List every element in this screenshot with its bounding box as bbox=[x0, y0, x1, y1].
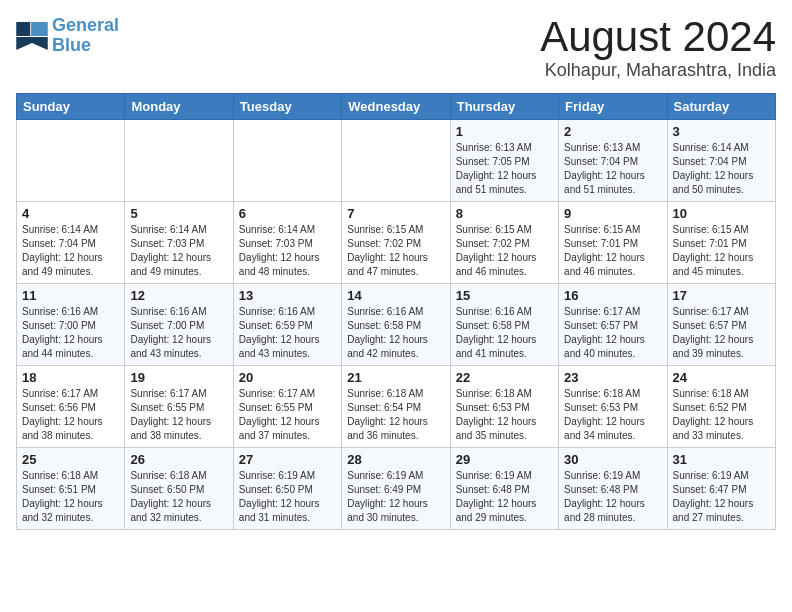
day-number: 12 bbox=[130, 288, 227, 303]
day-cell: 25Sunrise: 6:18 AM Sunset: 6:51 PM Dayli… bbox=[17, 448, 125, 530]
weekday-header-row: SundayMondayTuesdayWednesdayThursdayFrid… bbox=[17, 94, 776, 120]
day-number: 21 bbox=[347, 370, 444, 385]
day-info: Sunrise: 6:15 AM Sunset: 7:01 PM Dayligh… bbox=[673, 223, 770, 279]
header: General Blue August 2024 Kolhapur, Mahar… bbox=[16, 16, 776, 81]
week-row-5: 25Sunrise: 6:18 AM Sunset: 6:51 PM Dayli… bbox=[17, 448, 776, 530]
day-cell: 31Sunrise: 6:19 AM Sunset: 6:47 PM Dayli… bbox=[667, 448, 775, 530]
day-cell: 15Sunrise: 6:16 AM Sunset: 6:58 PM Dayli… bbox=[450, 284, 558, 366]
day-cell: 17Sunrise: 6:17 AM Sunset: 6:57 PM Dayli… bbox=[667, 284, 775, 366]
day-info: Sunrise: 6:18 AM Sunset: 6:53 PM Dayligh… bbox=[456, 387, 553, 443]
day-number: 9 bbox=[564, 206, 661, 221]
day-number: 15 bbox=[456, 288, 553, 303]
day-info: Sunrise: 6:18 AM Sunset: 6:52 PM Dayligh… bbox=[673, 387, 770, 443]
week-row-2: 4Sunrise: 6:14 AM Sunset: 7:04 PM Daylig… bbox=[17, 202, 776, 284]
logo: General Blue bbox=[16, 16, 119, 56]
day-cell: 6Sunrise: 6:14 AM Sunset: 7:03 PM Daylig… bbox=[233, 202, 341, 284]
week-row-4: 18Sunrise: 6:17 AM Sunset: 6:56 PM Dayli… bbox=[17, 366, 776, 448]
day-cell: 3Sunrise: 6:14 AM Sunset: 7:04 PM Daylig… bbox=[667, 120, 775, 202]
day-cell bbox=[125, 120, 233, 202]
day-info: Sunrise: 6:16 AM Sunset: 7:00 PM Dayligh… bbox=[130, 305, 227, 361]
day-number: 20 bbox=[239, 370, 336, 385]
day-info: Sunrise: 6:17 AM Sunset: 6:57 PM Dayligh… bbox=[564, 305, 661, 361]
day-cell: 27Sunrise: 6:19 AM Sunset: 6:50 PM Dayli… bbox=[233, 448, 341, 530]
day-number: 19 bbox=[130, 370, 227, 385]
day-info: Sunrise: 6:13 AM Sunset: 7:05 PM Dayligh… bbox=[456, 141, 553, 197]
day-cell: 18Sunrise: 6:17 AM Sunset: 6:56 PM Dayli… bbox=[17, 366, 125, 448]
day-cell: 16Sunrise: 6:17 AM Sunset: 6:57 PM Dayli… bbox=[559, 284, 667, 366]
day-cell: 20Sunrise: 6:17 AM Sunset: 6:55 PM Dayli… bbox=[233, 366, 341, 448]
logo-icon bbox=[16, 22, 48, 50]
week-row-3: 11Sunrise: 6:16 AM Sunset: 7:00 PM Dayli… bbox=[17, 284, 776, 366]
day-cell: 30Sunrise: 6:19 AM Sunset: 6:48 PM Dayli… bbox=[559, 448, 667, 530]
day-info: Sunrise: 6:19 AM Sunset: 6:49 PM Dayligh… bbox=[347, 469, 444, 525]
day-info: Sunrise: 6:18 AM Sunset: 6:50 PM Dayligh… bbox=[130, 469, 227, 525]
calendar-body: 1Sunrise: 6:13 AM Sunset: 7:05 PM Daylig… bbox=[17, 120, 776, 530]
day-info: Sunrise: 6:14 AM Sunset: 7:03 PM Dayligh… bbox=[239, 223, 336, 279]
day-number: 24 bbox=[673, 370, 770, 385]
day-number: 7 bbox=[347, 206, 444, 221]
day-number: 16 bbox=[564, 288, 661, 303]
day-number: 4 bbox=[22, 206, 119, 221]
day-cell bbox=[233, 120, 341, 202]
day-number: 2 bbox=[564, 124, 661, 139]
day-info: Sunrise: 6:19 AM Sunset: 6:47 PM Dayligh… bbox=[673, 469, 770, 525]
day-info: Sunrise: 6:14 AM Sunset: 7:04 PM Dayligh… bbox=[673, 141, 770, 197]
day-cell bbox=[342, 120, 450, 202]
day-cell: 9Sunrise: 6:15 AM Sunset: 7:01 PM Daylig… bbox=[559, 202, 667, 284]
day-cell: 10Sunrise: 6:15 AM Sunset: 7:01 PM Dayli… bbox=[667, 202, 775, 284]
day-cell: 29Sunrise: 6:19 AM Sunset: 6:48 PM Dayli… bbox=[450, 448, 558, 530]
day-cell bbox=[17, 120, 125, 202]
day-cell: 26Sunrise: 6:18 AM Sunset: 6:50 PM Dayli… bbox=[125, 448, 233, 530]
day-number: 13 bbox=[239, 288, 336, 303]
day-number: 29 bbox=[456, 452, 553, 467]
calendar-table: SundayMondayTuesdayWednesdayThursdayFrid… bbox=[16, 93, 776, 530]
day-number: 27 bbox=[239, 452, 336, 467]
main-title: August 2024 bbox=[540, 16, 776, 58]
day-number: 3 bbox=[673, 124, 770, 139]
day-cell: 12Sunrise: 6:16 AM Sunset: 7:00 PM Dayli… bbox=[125, 284, 233, 366]
weekday-header-wednesday: Wednesday bbox=[342, 94, 450, 120]
weekday-header-friday: Friday bbox=[559, 94, 667, 120]
day-cell: 21Sunrise: 6:18 AM Sunset: 6:54 PM Dayli… bbox=[342, 366, 450, 448]
day-number: 8 bbox=[456, 206, 553, 221]
day-cell: 23Sunrise: 6:18 AM Sunset: 6:53 PM Dayli… bbox=[559, 366, 667, 448]
day-number: 22 bbox=[456, 370, 553, 385]
day-cell: 4Sunrise: 6:14 AM Sunset: 7:04 PM Daylig… bbox=[17, 202, 125, 284]
svg-rect-1 bbox=[31, 22, 48, 36]
day-info: Sunrise: 6:15 AM Sunset: 7:02 PM Dayligh… bbox=[347, 223, 444, 279]
day-info: Sunrise: 6:18 AM Sunset: 6:51 PM Dayligh… bbox=[22, 469, 119, 525]
day-info: Sunrise: 6:18 AM Sunset: 6:53 PM Dayligh… bbox=[564, 387, 661, 443]
day-cell: 13Sunrise: 6:16 AM Sunset: 6:59 PM Dayli… bbox=[233, 284, 341, 366]
day-number: 30 bbox=[564, 452, 661, 467]
weekday-header-saturday: Saturday bbox=[667, 94, 775, 120]
day-number: 28 bbox=[347, 452, 444, 467]
day-cell: 1Sunrise: 6:13 AM Sunset: 7:05 PM Daylig… bbox=[450, 120, 558, 202]
day-info: Sunrise: 6:16 AM Sunset: 6:59 PM Dayligh… bbox=[239, 305, 336, 361]
day-info: Sunrise: 6:17 AM Sunset: 6:57 PM Dayligh… bbox=[673, 305, 770, 361]
day-info: Sunrise: 6:17 AM Sunset: 6:56 PM Dayligh… bbox=[22, 387, 119, 443]
day-number: 17 bbox=[673, 288, 770, 303]
week-row-1: 1Sunrise: 6:13 AM Sunset: 7:05 PM Daylig… bbox=[17, 120, 776, 202]
day-info: Sunrise: 6:17 AM Sunset: 6:55 PM Dayligh… bbox=[239, 387, 336, 443]
day-number: 5 bbox=[130, 206, 227, 221]
weekday-header-thursday: Thursday bbox=[450, 94, 558, 120]
day-info: Sunrise: 6:16 AM Sunset: 7:00 PM Dayligh… bbox=[22, 305, 119, 361]
day-number: 10 bbox=[673, 206, 770, 221]
logo-text: General Blue bbox=[52, 16, 119, 56]
day-number: 11 bbox=[22, 288, 119, 303]
day-info: Sunrise: 6:14 AM Sunset: 7:04 PM Dayligh… bbox=[22, 223, 119, 279]
day-info: Sunrise: 6:13 AM Sunset: 7:04 PM Dayligh… bbox=[564, 141, 661, 197]
day-number: 1 bbox=[456, 124, 553, 139]
day-number: 23 bbox=[564, 370, 661, 385]
day-info: Sunrise: 6:14 AM Sunset: 7:03 PM Dayligh… bbox=[130, 223, 227, 279]
weekday-header-monday: Monday bbox=[125, 94, 233, 120]
weekday-header-tuesday: Tuesday bbox=[233, 94, 341, 120]
svg-marker-2 bbox=[16, 37, 48, 50]
day-number: 18 bbox=[22, 370, 119, 385]
day-info: Sunrise: 6:19 AM Sunset: 6:50 PM Dayligh… bbox=[239, 469, 336, 525]
day-cell: 11Sunrise: 6:16 AM Sunset: 7:00 PM Dayli… bbox=[17, 284, 125, 366]
day-cell: 2Sunrise: 6:13 AM Sunset: 7:04 PM Daylig… bbox=[559, 120, 667, 202]
title-area: August 2024 Kolhapur, Maharashtra, India bbox=[540, 16, 776, 81]
day-number: 31 bbox=[673, 452, 770, 467]
day-number: 26 bbox=[130, 452, 227, 467]
